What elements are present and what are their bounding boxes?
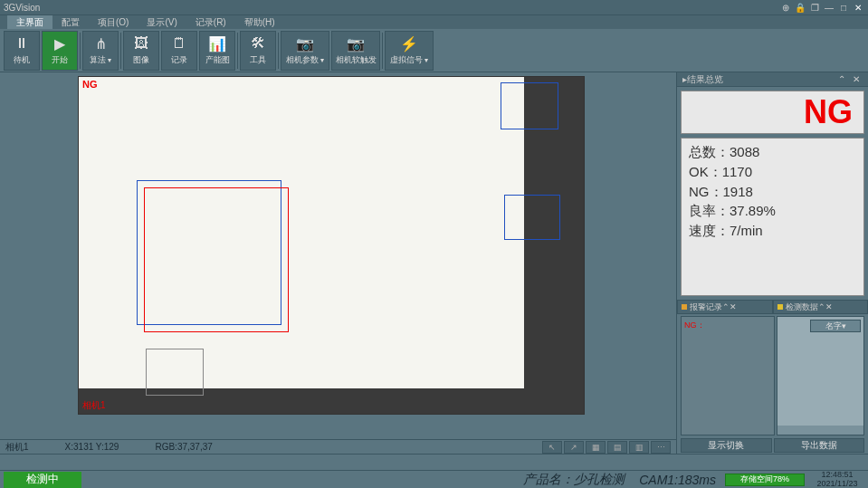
chart-icon: 📊	[208, 34, 226, 53]
stat-ng: NG：1918	[689, 182, 856, 202]
grid-tool-1[interactable]: ▦	[586, 441, 606, 454]
menu-project[interactable]: 项目(O)	[89, 15, 138, 29]
running-badge: 检测中	[4, 472, 81, 488]
bolt-icon: ⚡	[400, 34, 418, 53]
virtual-signal-button[interactable]: ⚡虚拟信号	[385, 31, 434, 71]
data-dropdown[interactable]: 名字 ▾	[810, 320, 861, 332]
maximize-icon[interactable]: □	[837, 2, 850, 13]
pin-icon[interactable]: ⊕	[779, 2, 792, 13]
menu-main[interactable]: 主界面	[7, 15, 52, 29]
camera-viewport[interactable]: NG 相机1	[2, 74, 674, 437]
alarm-panel-head[interactable]: 报警记录⌃ ✕	[677, 300, 773, 314]
roi-gray-bottom[interactable]	[146, 349, 204, 396]
viewport-camera-label: 相机1	[82, 399, 106, 412]
storage-progress[interactable]: 存储空间78%	[725, 474, 805, 486]
chevron-up-icon[interactable]: ⌃	[722, 302, 730, 311]
close-icon[interactable]: ✕	[730, 302, 737, 311]
roi-blue-mid[interactable]	[504, 195, 560, 240]
pause-icon: ⏸	[13, 34, 31, 53]
titlebar: 3GVision ⊕ 🔒 ❐ — □ ✕	[0, 0, 868, 14]
zoom-tool-2[interactable]: ↗	[564, 441, 584, 454]
roi-red-large[interactable]	[144, 187, 289, 332]
app-title: 3GVision	[4, 3, 40, 13]
product-name: 产品名：少孔检测	[523, 472, 625, 488]
result-box: NG	[681, 91, 864, 134]
export-data-button[interactable]: 导出数据	[774, 438, 865, 453]
image-icon: 🖼	[132, 34, 150, 53]
data-icon	[777, 304, 783, 310]
panel-close-icon[interactable]: ✕	[850, 74, 863, 85]
camera-trigger-icon: 📷	[347, 34, 365, 53]
alarm-list[interactable]: NG：	[681, 316, 775, 435]
play-icon: ▶	[51, 34, 69, 53]
data-panel-head[interactable]: 检测数据⌃ ✕	[773, 300, 869, 314]
footer: 检测中 产品名：少孔检测 CAM1:183ms 存储空间78% 12:48:51…	[0, 470, 868, 488]
restore-icon[interactable]: ❐	[808, 2, 821, 13]
data-list[interactable]: 名字 ▾	[777, 316, 865, 435]
stats-box: 总数：3088 OK：1170 NG：1918 良率：37.89% 速度：7/m…	[681, 138, 864, 296]
stat-total: 总数：3088	[689, 142, 856, 162]
warning-icon	[682, 304, 687, 310]
cam-time: CAM1:183ms	[639, 473, 716, 487]
zoom-tool-1[interactable]: ↖	[542, 441, 562, 454]
image-button[interactable]: 🖼图像	[123, 31, 159, 71]
stat-ok: OK：1170	[689, 162, 856, 182]
standby-button[interactable]: ⏸待机	[4, 31, 40, 71]
camera-params-button[interactable]: 📷相机参数	[281, 31, 329, 71]
camera-image: NG 相机1	[78, 76, 585, 415]
minimize-icon[interactable]: —	[823, 2, 835, 13]
right-panel: ▸ 结果总览 ⌃ ✕ NG 总数：3088 OK：1170 NG：1918 良率…	[676, 72, 868, 454]
status-camera: 相机1	[5, 441, 29, 454]
clock: 12:48:51 2021/11/23	[810, 471, 864, 488]
algorithm-icon: ⋔	[91, 34, 110, 53]
tools-button[interactable]: 🛠工具	[240, 31, 276, 71]
stat-yield: 良率：37.89%	[689, 201, 856, 221]
camera-soft-trigger-button[interactable]: 📷相机软触发	[331, 31, 380, 71]
capacity-button[interactable]: 📊产能图	[199, 31, 235, 71]
menu-display[interactable]: 显示(V)	[138, 15, 186, 29]
record-button[interactable]: 🗒记录	[161, 31, 197, 71]
start-button[interactable]: ▶开始	[42, 31, 78, 71]
grid-tool-2[interactable]: ▤	[607, 441, 627, 454]
stat-speed: 速度：7/min	[689, 221, 856, 241]
record-icon: 🗒	[170, 34, 188, 53]
toggle-display-button[interactable]: 显示切换	[681, 438, 772, 453]
menu-config[interactable]: 配置	[52, 15, 89, 29]
status-position: X:3131 Y:129	[65, 442, 119, 452]
lock-icon[interactable]: 🔒	[794, 2, 806, 13]
more-tool[interactable]: ⋯	[651, 441, 671, 454]
result-ng: NG	[804, 93, 853, 131]
menubar: 主界面 配置 项目(O) 显示(V) 记录(R) 帮助(H)	[0, 14, 868, 29]
camera-icon: 📷	[296, 34, 314, 53]
status-rgb: RGB:37,37,37	[155, 442, 212, 452]
grid-tool-3[interactable]: ▥	[629, 441, 649, 454]
viewport-ng-label: NG	[82, 79, 98, 90]
panel-collapse-icon[interactable]: ⌃	[835, 74, 848, 85]
chevron-up-icon[interactable]: ⌃	[818, 302, 825, 311]
algorithm-button[interactable]: ⋔算法	[82, 31, 119, 71]
roi-blue-top[interactable]	[501, 82, 558, 129]
toolbar: ⏸待机 ▶开始 ⋔算法 🖼图像 🗒记录 📊产能图 🛠工具 📷相机参数 📷相机软触…	[0, 29, 868, 72]
menu-record[interactable]: 记录(R)	[186, 15, 235, 29]
tools-icon: 🛠	[249, 34, 267, 53]
menu-help[interactable]: 帮助(H)	[235, 15, 284, 29]
close-icon[interactable]: ✕	[852, 2, 864, 13]
close-icon[interactable]: ✕	[825, 302, 833, 311]
result-panel-head: ▸ 结果总览 ⌃ ✕	[677, 72, 868, 87]
scrollbar[interactable]	[777, 426, 864, 435]
viewport-status-bar: 相机1 X:3131 Y:129 RGB:37,37,37 ↖ ↗ ▦ ▤ ▥ …	[0, 439, 676, 454]
